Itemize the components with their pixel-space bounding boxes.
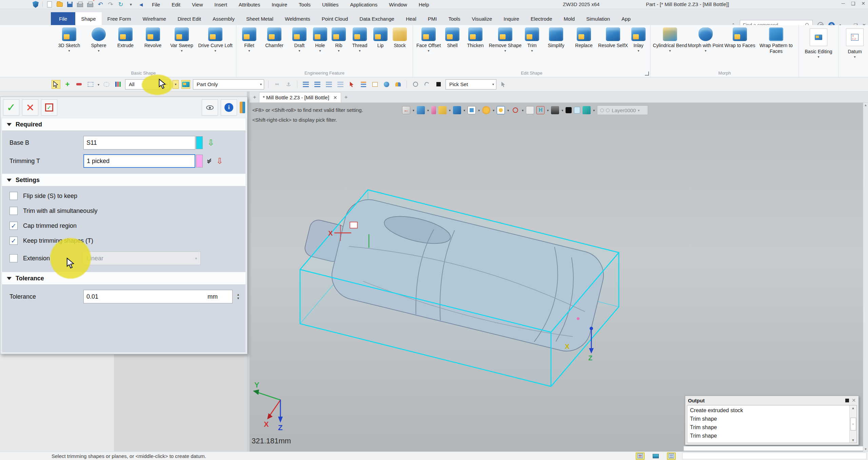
dropdown-caret-icon[interactable]: ▾ bbox=[68, 49, 70, 52]
ribbon-wrap-to-faces-button[interactable]: Wrap to Faces bbox=[724, 25, 756, 48]
output-dock-icon[interactable] bbox=[845, 399, 849, 402]
checkbox-unchecked[interactable] bbox=[9, 192, 18, 200]
filter-mini-caret[interactable]: ▾ bbox=[173, 80, 179, 89]
tab-pmi[interactable]: PMI bbox=[422, 12, 443, 25]
dropdown-caret-icon[interactable]: ▾ bbox=[338, 49, 339, 52]
apply-button[interactable]: ✓ bbox=[41, 99, 57, 116]
tab-sheet-metal[interactable]: Sheet Metal bbox=[240, 12, 279, 25]
ribbon-drive-curve-loft-button[interactable]: Drive Curve Loft▾ bbox=[197, 25, 234, 52]
menu-tools[interactable]: Tools bbox=[299, 2, 311, 7]
undo-icon[interactable]: ↶ bbox=[97, 1, 104, 8]
users-icon[interactable] bbox=[394, 80, 402, 89]
output-scrollbar[interactable]: ▲ ≡ ▼ bbox=[849, 405, 856, 443]
dropdown-caret-icon[interactable]: ▾ bbox=[504, 49, 506, 52]
ribbon-basic-editing-button[interactable]: Basic Editing ▾ bbox=[801, 25, 836, 58]
info-button[interactable]: i bbox=[221, 99, 237, 116]
color-filter-icon[interactable] bbox=[114, 80, 122, 89]
status-input-field[interactable] bbox=[682, 453, 867, 459]
ribbon-shell-button[interactable]: Shell bbox=[442, 25, 462, 48]
scroll-down-icon[interactable]: ▼ bbox=[864, 447, 867, 451]
save-icon[interactable] bbox=[66, 1, 73, 8]
tab-visualize[interactable]: Visualize bbox=[466, 12, 498, 25]
ok-button[interactable]: ✓ bbox=[3, 99, 19, 116]
menu-insert[interactable]: Insert bbox=[214, 2, 227, 7]
menu-utilities[interactable]: Utilities bbox=[322, 2, 338, 7]
menu-edit[interactable]: Edit bbox=[172, 2, 180, 7]
dropdown-caret-icon[interactable]: ▾ bbox=[359, 49, 360, 52]
collapse-left-icon[interactable]: ◀ bbox=[138, 1, 144, 8]
regen-icon[interactable]: ↻ bbox=[117, 1, 124, 8]
tab-direct-edit[interactable]: Direct Edit bbox=[172, 12, 207, 25]
base-confirm-icon[interactable]: ⇩ bbox=[208, 139, 214, 146]
marquee-select-icon[interactable] bbox=[86, 80, 95, 89]
ribbon-lip-button[interactable]: Lip bbox=[372, 25, 389, 48]
filter-dropdown-icon[interactable]: ▼ bbox=[127, 1, 134, 8]
checkbox-row-extension[interactable]: Extension Linear▾ bbox=[2, 248, 245, 268]
section-required[interactable]: Required bbox=[2, 118, 245, 131]
dropdown-caret-icon[interactable]: ▾ bbox=[319, 49, 321, 52]
menu-applications[interactable]: Applications bbox=[350, 2, 377, 7]
menu-file[interactable]: File bbox=[152, 2, 160, 7]
ribbon-rib-button[interactable]: Rib▾ bbox=[330, 25, 348, 52]
cancel-button[interactable]: ✕ bbox=[22, 99, 38, 116]
tab-electrode[interactable]: Electrode bbox=[525, 12, 558, 25]
ribbon-extrude-button[interactable]: Extrude bbox=[112, 25, 139, 48]
checkbox-row-cap-trimmed[interactable]: ✓ Cap trimmed region bbox=[2, 218, 245, 233]
ribbon-thicken-button[interactable]: Thicken bbox=[462, 25, 488, 48]
redo-icon[interactable]: ↷ bbox=[107, 1, 114, 8]
ribbon-cylindrical-bend-button[interactable]: Cylindrical Bend▾ bbox=[653, 25, 687, 52]
tab-assembly[interactable]: Assembly bbox=[207, 12, 240, 25]
tab-inquire[interactable]: Inquire bbox=[498, 12, 525, 25]
scroll-up-icon[interactable]: ▲ bbox=[851, 406, 855, 410]
align-list-icon-2[interactable] bbox=[313, 80, 322, 89]
tab-free-form[interactable]: Free Form bbox=[102, 12, 137, 25]
dialog-side-icon[interactable] bbox=[240, 102, 245, 113]
new-file-icon[interactable] bbox=[46, 1, 53, 8]
checkbox-unchecked[interactable] bbox=[9, 207, 18, 215]
window-restore-button[interactable]: ❑ bbox=[851, 1, 855, 6]
output-toggle-icon[interactable] bbox=[667, 453, 676, 460]
dropdown-caret-icon[interactable]: ▾ bbox=[428, 49, 429, 52]
arc-icon[interactable] bbox=[422, 80, 431, 89]
ribbon-morph-with-point-button[interactable]: Morph with Point▾ bbox=[687, 25, 724, 52]
menu-inquire[interactable]: Inquire bbox=[272, 2, 287, 7]
pick-set-combo[interactable]: Pick Set▾ bbox=[446, 79, 496, 89]
checkbox-checked[interactable]: ✓ bbox=[9, 222, 18, 230]
document-tab[interactable]: * Mill Bottle 2.Z3 - [Mill Bottle] ✕ bbox=[259, 92, 341, 102]
tab-point-cloud[interactable]: Point Cloud bbox=[316, 12, 354, 25]
tab-simulation[interactable]: Simulation bbox=[580, 12, 616, 25]
ribbon-3d-sketch-button[interactable]: 3D Sketch▾ bbox=[53, 25, 85, 52]
select-remove-icon[interactable] bbox=[75, 80, 83, 89]
new-document-tab-icon[interactable]: + bbox=[341, 94, 351, 102]
section-settings[interactable]: Settings bbox=[2, 174, 245, 186]
ribbon-chamfer-button[interactable]: Chamfer bbox=[260, 25, 289, 48]
tab-shape[interactable]: Shape bbox=[75, 12, 101, 25]
menu-window[interactable]: Window bbox=[389, 2, 407, 7]
scope-combo[interactable]: Part Only▾ bbox=[193, 79, 264, 89]
preview-button[interactable] bbox=[202, 99, 218, 116]
scroll-thumb[interactable]: ≡ bbox=[850, 418, 856, 431]
select-cursor-icon[interactable] bbox=[52, 80, 60, 89]
part-scope-icon[interactable] bbox=[181, 80, 190, 89]
fill-black-icon[interactable] bbox=[434, 80, 443, 89]
tab-data-exchange[interactable]: Data Exchange bbox=[354, 12, 400, 25]
tab-wireframe[interactable]: Wireframe bbox=[137, 12, 172, 25]
dropdown-caret-icon[interactable]: ▾ bbox=[181, 49, 182, 52]
tab-app[interactable]: App bbox=[616, 12, 636, 25]
ribbon-datum-button[interactable]: 31 2 Datum ▾ bbox=[841, 25, 868, 58]
scroll-down-icon[interactable]: ▼ bbox=[851, 438, 855, 442]
ribbon-replace-button[interactable]: Replace bbox=[570, 25, 597, 48]
dropdown-caret-icon[interactable]: ▾ bbox=[669, 49, 671, 52]
ribbon-inlay-button[interactable]: Inlay▾ bbox=[629, 25, 648, 52]
expand-chevrons-icon[interactable] bbox=[207, 159, 212, 163]
monitor-icon[interactable] bbox=[651, 453, 660, 460]
trimming-color-swatch[interactable] bbox=[196, 155, 203, 167]
trimming-input[interactable] bbox=[83, 154, 195, 168]
ribbon-fillet-button[interactable]: Fillet▾ bbox=[238, 25, 260, 52]
base-color-swatch[interactable] bbox=[196, 136, 203, 149]
tab-tools[interactable]: Tools bbox=[442, 12, 466, 25]
lasso-select-icon[interactable] bbox=[102, 80, 111, 89]
list-manager-icon[interactable] bbox=[359, 80, 368, 89]
checkbox-row-trim-all[interactable]: Trim with all simultaneously bbox=[2, 203, 245, 218]
tab-file[interactable]: File bbox=[51, 12, 75, 25]
